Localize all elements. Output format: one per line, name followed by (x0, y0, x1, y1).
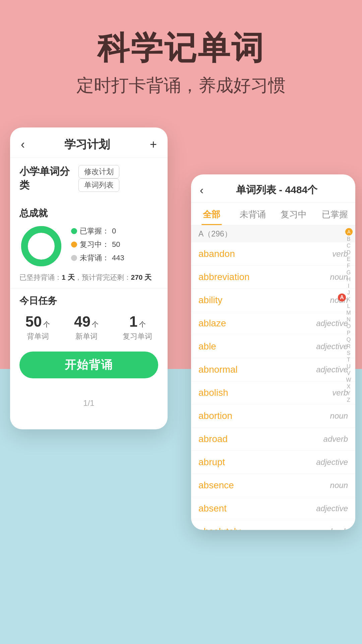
alpha-O[interactable]: O (345, 323, 352, 329)
alpha-C[interactable]: C (345, 243, 352, 249)
alpha-B[interactable]: B (345, 236, 352, 242)
task-stat-total: 50 个 背单词 (25, 313, 50, 341)
page-indicator: 1/1 (10, 398, 168, 408)
word-list: abandon verb abbreviation noun ability n… (191, 243, 355, 530)
right-card: ‹ 单词列表 - 4484个 全部 未背诵 复习中 已掌握 A（296） aba… (191, 174, 355, 530)
word-abolish: abolish (198, 387, 332, 398)
reviewing-label: 复习中： (80, 239, 109, 250)
alpha-G[interactable]: G (345, 270, 352, 276)
alpha-N[interactable]: N (345, 317, 352, 323)
word-row-absolutely[interactable]: absolutely adverb (191, 520, 355, 530)
plus-icon[interactable]: + (150, 138, 157, 152)
alpha-D[interactable]: D (345, 250, 352, 256)
total-unit: 个 (43, 321, 50, 328)
type-abrupt: adjective (316, 458, 348, 467)
total-number: 50 (25, 313, 42, 330)
tab-row: 全部 未背诵 复习中 已掌握 (191, 203, 355, 225)
word-ability: ability (198, 295, 330, 306)
mastered-dot (71, 228, 77, 234)
alpha-R[interactable]: R (345, 343, 352, 350)
tab-reviewing[interactable]: 复习中 (273, 203, 314, 225)
divider (10, 288, 168, 288)
unlearned-value: 443 (112, 254, 124, 262)
modify-plan-btn[interactable]: 修改计划 (78, 165, 119, 178)
alpha-Q[interactable]: Q (345, 337, 352, 343)
word-row-absence[interactable]: absence noun (191, 474, 355, 497)
streak-days: 1 天 (62, 273, 75, 281)
tab-mastered[interactable]: 已掌握 (314, 203, 356, 225)
new-desc: 新单词 (74, 331, 99, 341)
alphabet-sidebar: A B C D E F G H I J K L M N O P Q R S T … (345, 228, 353, 403)
left-card: ‹ 学习计划 + 小学单词分类 修改计划 单词列表 总成就 (10, 127, 168, 429)
right-back-icon[interactable]: ‹ (200, 183, 203, 197)
streak-text: 已坚持背诵：1 天，预计背完还剩：270 天 (19, 273, 158, 282)
legend-unlearned: 未背诵： 443 (71, 253, 158, 263)
category-row: 小学单词分类 修改计划 单词列表 (19, 165, 158, 192)
alpha-H[interactable]: H (345, 276, 352, 282)
task-stat-new-row: 49 个 (74, 313, 99, 330)
alpha-S[interactable]: S (345, 350, 352, 356)
word-row-abolish[interactable]: abolish verb (191, 381, 355, 405)
alpha-K[interactable]: K (345, 297, 352, 303)
alpha-Y[interactable]: Y (345, 390, 352, 396)
alpha-E[interactable]: E (345, 256, 352, 262)
group-label: A（296） (198, 229, 232, 238)
task-stat-review-row: 1 个 (123, 313, 152, 330)
right-card-header: ‹ 单词列表 - 4484个 (191, 174, 355, 203)
legend: 已掌握： 0 复习中： 50 未背诵： 443 (71, 226, 158, 266)
alpha-I[interactable]: I (345, 283, 352, 289)
start-btn[interactable]: 开始背诵 (19, 352, 158, 378)
alpha-A[interactable]: A (345, 228, 353, 235)
word-row-abnormal[interactable]: abnormal adjective (191, 358, 355, 381)
word-row-able[interactable]: able adjective (191, 335, 355, 358)
review-desc: 复习单词 (123, 331, 152, 341)
new-unit: 个 (92, 321, 99, 328)
word-row-ability[interactable]: ability noun A (191, 289, 355, 312)
alpha-V[interactable]: V (345, 370, 352, 376)
achievement-section: 总成就 已掌握： 0 (10, 204, 168, 268)
alpha-X[interactable]: X (345, 384, 352, 390)
word-row-abandon[interactable]: abandon verb (191, 243, 355, 266)
word-abnormal: abnormal (198, 364, 316, 375)
achievement-label: 总成就 (19, 207, 158, 220)
left-card-header: ‹ 学习计划 + (10, 127, 168, 158)
word-row-abroad[interactable]: abroad adverb (191, 428, 355, 451)
task-stat-new: 49 个 新单词 (74, 313, 99, 341)
tab-all[interactable]: 全部 (191, 203, 232, 225)
back-icon[interactable]: ‹ (21, 138, 25, 152)
word-row-abrupt[interactable]: abrupt adjective (191, 451, 355, 474)
sub-title: 定时打卡背诵，养成好习惯 (0, 74, 362, 97)
svg-point-3 (31, 236, 51, 256)
alpha-T[interactable]: T (345, 357, 352, 363)
word-row-ablaze[interactable]: ablaze adjective (191, 312, 355, 335)
today-task-label: 今日任务 (10, 294, 168, 307)
tab-unlearned[interactable]: 未背诵 (232, 203, 274, 225)
word-list-btn[interactable]: 单词列表 (78, 178, 119, 192)
word-row-absent[interactable]: absent adjective (191, 497, 355, 520)
alpha-F[interactable]: F (345, 263, 352, 269)
task-stat-review: 1 个 复习单词 (123, 313, 152, 341)
type-able: adjective (316, 342, 348, 351)
category-label: 小学单词分类 (19, 165, 75, 192)
alpha-Z[interactable]: Z (345, 397, 352, 403)
word-abroad: abroad (198, 434, 323, 444)
alpha-J[interactable]: J (345, 290, 352, 296)
reviewing-dot (71, 241, 77, 248)
alpha-M[interactable]: M (345, 310, 352, 316)
word-row-abortion[interactable]: abortion noun (191, 405, 355, 428)
new-number: 49 (74, 313, 90, 330)
alpha-U[interactable]: U (345, 364, 352, 370)
alpha-W[interactable]: W (345, 377, 352, 383)
unlearned-dot (71, 255, 77, 261)
donut-chart (19, 224, 63, 268)
word-row-abbreviation[interactable]: abbreviation noun (191, 266, 355, 289)
type-abortion: noun (330, 411, 348, 421)
alpha-P[interactable]: P (345, 330, 352, 336)
word-absence: absence (198, 480, 330, 491)
left-card-title: 学习计划 (64, 137, 110, 152)
unlearned-label: 未背诵： (80, 253, 109, 263)
category-buttons: 修改计划 单词列表 (75, 165, 158, 192)
legend-mastered: 已掌握： 0 (71, 226, 158, 236)
alpha-L[interactable]: L (345, 303, 352, 309)
word-absent: absent (198, 503, 316, 514)
